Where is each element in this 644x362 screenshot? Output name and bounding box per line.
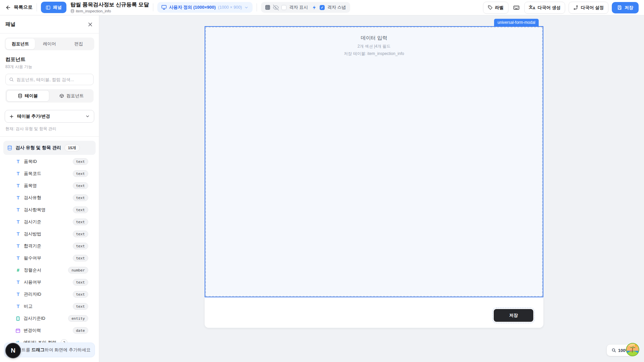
database-icon: [70, 9, 74, 13]
field-type-badge: text: [73, 291, 89, 298]
keyboard-shortcuts-button[interactable]: [512, 3, 521, 12]
grid-controls: 격자 표시 ✓ 격자 스냅: [261, 2, 350, 13]
field-name: 검사기준: [24, 219, 41, 225]
field-row-text[interactable]: T 필수여부 text: [0, 252, 99, 264]
tab-components[interactable]: 컴포넌트: [6, 39, 35, 49]
field-name: 검사항목명: [24, 207, 46, 213]
arrow-left-icon: [5, 5, 11, 10]
field-row-text[interactable]: T 검사방법 text: [0, 228, 99, 240]
tab-layers[interactable]: 레이어: [35, 39, 64, 49]
panel-title: 패널: [5, 21, 15, 27]
i18n-settings-label: 다국어 설정: [581, 5, 604, 11]
modal-form-area[interactable]: 데이터 입력 2개 섹션 |4개 필드 저장 테이블: item_inspect…: [205, 26, 543, 297]
field-row-text[interactable]: T 검사항목명 text: [0, 204, 99, 216]
field-type-badge: number: [68, 267, 88, 274]
modal-save-button[interactable]: 저장: [494, 309, 533, 322]
table-field-count-badge: 15개: [64, 144, 80, 152]
package-icon: [59, 94, 64, 98]
tag-icon: [488, 5, 493, 10]
panel-toggle-button[interactable]: 패널: [41, 2, 66, 13]
field-row-text[interactable]: T 품목ID text: [0, 156, 99, 168]
component-search: [5, 74, 94, 85]
panel-toggle-label: 패널: [53, 4, 62, 10]
field-row-text[interactable]: T 품목코드 text: [0, 168, 99, 180]
components-section-title: 컴포넌트: [5, 56, 94, 63]
field-type-badge: text: [73, 255, 89, 261]
field-row-text[interactable]: T 관리자ID text: [0, 288, 99, 300]
header-divider: [37, 3, 37, 11]
plus-icon: [9, 114, 14, 119]
source-toggle-tables[interactable]: 테이블: [6, 90, 49, 102]
viewport-size: (1000 × 900): [218, 5, 242, 10]
label-button[interactable]: 라벨: [483, 2, 508, 14]
add-change-table-button[interactable]: 테이블 추가/변경: [5, 110, 94, 123]
field-row-text[interactable]: T 품목명 text: [0, 180, 99, 192]
field-type-badge: text: [73, 303, 89, 310]
panel-tabs: 컴포넌트 레이어 편집: [5, 38, 94, 50]
field-row-text[interactable]: T 검사기준 text: [0, 216, 99, 228]
table-row-inspection[interactable]: 검사 유형 및 항목 관리 15개: [3, 141, 96, 155]
current-table-text: 현재: 검사 유형 및 항목 관리: [5, 126, 94, 132]
save-button-label: 저장: [625, 5, 633, 11]
field-type-badge: text: [73, 170, 89, 177]
field-row-text[interactable]: T 비고 text: [0, 300, 99, 312]
field-row-entity[interactable]: 검사기준ID entity: [0, 312, 99, 324]
save-icon: [617, 5, 622, 10]
field-name: 합격기준: [24, 243, 41, 249]
save-button[interactable]: 저장: [612, 2, 639, 13]
header-divider: [257, 3, 257, 11]
grid-icon: [265, 5, 270, 10]
i18n-generate-label: 다국어 생성: [538, 5, 561, 11]
database-icon: [18, 94, 22, 98]
field-type-badge: text: [73, 231, 89, 237]
field-name: 사용여부: [24, 279, 41, 285]
magnifier-icon: [611, 348, 616, 353]
field-type-badge: text: [73, 194, 89, 201]
field-type-badge: text: [73, 279, 89, 286]
dev-tools-badge[interactable]: N: [5, 343, 21, 358]
component-type-label: universal-form-modal: [494, 19, 539, 26]
universal-form-modal-component[interactable]: universal-form-modal 데이터 입력 2개 섹션 |4개 필드…: [205, 26, 543, 328]
eye-off-icon: [273, 5, 279, 10]
field-list: T 품목ID text T 품목코드 text T 품목명 text T 검사유…: [0, 156, 99, 349]
field-name: 품목코드: [24, 171, 41, 177]
search-input[interactable]: [16, 77, 90, 82]
keyboard-icon: [513, 4, 520, 11]
field-row-number[interactable]: # 정렬순서 number: [0, 264, 99, 276]
field-type-badge: text: [73, 206, 89, 213]
field-row-date[interactable]: 변경이력 date: [0, 324, 99, 337]
search-icon: [9, 77, 14, 82]
viewport-size-select[interactable]: 사용자 정의 (1000×900) (1000 × 900): [157, 2, 253, 13]
i18n-generate-button[interactable]: 文A 다국어 생성: [524, 2, 566, 14]
grid-show-checkbox[interactable]: [281, 5, 286, 10]
top-header: 목록으로 패널 탑씰 품목검사정보 신규등록 모달 item_inspectio…: [0, 0, 644, 15]
panel-close-button[interactable]: [87, 21, 94, 28]
field-name: 검사기준ID: [23, 315, 45, 321]
grid-snap-label: 격자 스냅: [327, 4, 346, 10]
field-row-text[interactable]: T 사용여부 text: [0, 276, 99, 288]
field-name: 변경이력: [23, 327, 41, 334]
components-available-count: 83개 사용 가능: [5, 64, 94, 70]
field-name: 품목명: [24, 183, 37, 189]
source-toggle-components[interactable]: 컴포넌트: [51, 90, 93, 102]
field-name: 검사방법: [24, 231, 41, 237]
field-type-badge: text: [73, 182, 89, 189]
field-row-text[interactable]: T 합격기준 text: [0, 240, 99, 252]
i18n-settings-button[interactable]: 다국어 설정: [569, 2, 608, 14]
field-name: 필수여부: [24, 255, 41, 261]
header-divider: [153, 3, 153, 11]
back-to-list-button[interactable]: 목록으로: [5, 4, 33, 10]
field-row-text[interactable]: T 검사유형 text: [0, 192, 99, 204]
panel-divider: [0, 136, 99, 137]
editor-canvas[interactable]: universal-form-modal 데이터 입력 2개 섹션 |4개 필드…: [99, 15, 644, 362]
field-name: 검사유형: [24, 195, 41, 201]
field-type-badge: text: [73, 243, 89, 249]
chevron-down-icon: [244, 5, 249, 10]
route-icon: [573, 5, 578, 10]
left-panel: 패널 컴포넌트 레이어 편집 컴포넌트 83개 사용 가능 테이블 컴포넌트: [0, 15, 99, 362]
source-toggle: 테이블 컴포넌트: [5, 89, 94, 103]
sidebar-panel-icon: [46, 5, 51, 10]
tab-edit[interactable]: 편집: [64, 39, 93, 49]
dashed-drop-zone-border: [205, 27, 543, 297]
grid-snap-checkbox[interactable]: ✓: [320, 5, 325, 10]
